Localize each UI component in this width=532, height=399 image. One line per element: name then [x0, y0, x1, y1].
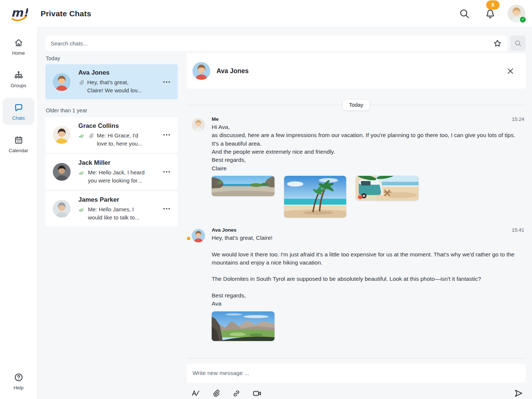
avatar	[53, 163, 71, 181]
chat-name: Grace Collins	[78, 122, 160, 130]
user-avatar[interactable]: ✓	[508, 5, 525, 23]
chat-search-bar	[45, 35, 507, 51]
close-icon[interactable]	[505, 65, 516, 77]
avatar	[192, 62, 210, 80]
status-online-icon: ✓	[519, 16, 526, 23]
sidebar-item-label: Groups	[11, 83, 27, 88]
text-format-icon[interactable]	[190, 388, 201, 399]
message: Me 15:24 Hi Ava, as discussed, here are …	[192, 116, 524, 218]
read-receipt-icon	[78, 207, 85, 213]
app-logo[interactable]: m!	[10, 4, 28, 23]
avatar	[192, 229, 205, 242]
sidebar-item-label: Calendar	[9, 148, 28, 153]
avatar	[53, 126, 71, 144]
message-text: Hi Ava, as discussed, here are a few imp…	[212, 123, 524, 173]
message-input[interactable]	[192, 370, 520, 376]
message-list[interactable]: Me 15:24 Hi Ava, as discussed, here are …	[187, 113, 526, 357]
chat-list-item-jack[interactable]: Jack Miller Me: Hello Jack, I heard you …	[45, 154, 178, 190]
page-title: Private Chats	[41, 9, 91, 18]
sidebar-item-chats[interactable]: Chats	[3, 98, 34, 125]
attach-file-icon[interactable]	[211, 388, 221, 399]
chat-options-button[interactable]	[160, 75, 173, 89]
message-sender: Ava Jones	[212, 227, 236, 233]
chat-options-button[interactable]	[160, 128, 173, 141]
read-receipt-icon	[78, 170, 85, 176]
conversation-panel: Ava Jones Today	[187, 53, 526, 399]
home-icon	[14, 38, 24, 48]
groups-icon	[14, 70, 24, 80]
section-label-older: Older than 1 year	[46, 108, 178, 113]
chat-bubble-icon	[14, 103, 24, 113]
chat-options-button[interactable]	[160, 165, 173, 178]
chat-preview: Me: Hello James, I would like to talk to…	[88, 205, 139, 222]
favorites-star-icon[interactable]	[491, 37, 504, 50]
search-submit-button[interactable]	[510, 35, 526, 51]
message-time: 15:41	[512, 227, 524, 233]
search-input[interactable]	[51, 40, 491, 47]
send-message-icon[interactable]	[513, 388, 524, 399]
chat-name: Jack Miller	[78, 159, 160, 167]
composer-divider	[187, 358, 526, 358]
sidebar-item-help[interactable]: Help	[3, 368, 34, 395]
unread-indicator-dot	[187, 237, 190, 240]
sidebar-item-label: Help	[14, 385, 24, 391]
palm-beach-photo[interactable]	[284, 176, 346, 218]
chat-preview: Me: Hello Jack, I heard you were looking…	[88, 168, 144, 185]
sidebar: Home Groups Chats	[0, 27, 37, 399]
message-text: Hey, that's great, Claire! We would love…	[212, 234, 524, 308]
dolomites-photo[interactable]	[212, 311, 274, 341]
chat-list-item-grace[interactable]: Grace Collins Me: Hi Grace, I'd love to,…	[45, 117, 178, 153]
chat-list-item-ava[interactable]: Ava Jones Hey, that's great, Claire! We …	[45, 64, 178, 99]
message-sender: Me	[212, 116, 219, 122]
conversation-title: Ava Jones	[216, 67, 249, 75]
chat-name: Ava Jones	[78, 69, 160, 76]
sidebar-item-groups[interactable]: Groups	[3, 65, 34, 92]
date-divider: Today	[187, 99, 526, 110]
section-label-today: Today	[46, 55, 178, 61]
avatar	[192, 118, 205, 132]
chat-name: James Parker	[78, 196, 160, 204]
calendar-icon	[14, 135, 24, 145]
attachment-icon	[88, 133, 94, 139]
beach-van-photo[interactable]	[356, 176, 419, 201]
avatar	[53, 73, 71, 91]
sidebar-item-calendar[interactable]: Calendar	[3, 130, 34, 157]
message: Ava Jones 15:41 Hey, that's great, Clair…	[192, 227, 524, 341]
chat-list: Today Ava Jones Hey, that's great, Clair…	[45, 53, 178, 399]
notification-badge: 8	[486, 0, 499, 10]
chat-preview: Me: Hi Grace, I'd love to, here you...	[97, 132, 142, 148]
avatar	[53, 200, 71, 218]
conversation-header: Ava Jones	[187, 53, 526, 89]
read-receipt-icon	[78, 133, 85, 139]
date-chip: Today	[342, 99, 370, 110]
search-icon[interactable]	[456, 5, 473, 22]
beach-cove-photo[interactable]	[212, 176, 274, 196]
help-icon	[14, 372, 24, 382]
sidebar-item-label: Home	[12, 50, 25, 56]
composer-toolbar	[187, 383, 526, 399]
chat-preview: Hey, that's great, Claire! We would lov.…	[87, 78, 142, 95]
insert-link-icon[interactable]	[231, 388, 242, 399]
composer	[187, 364, 526, 383]
attachment-icon	[78, 79, 85, 86]
sidebar-item-label: Chats	[12, 115, 25, 121]
video-call-icon[interactable]	[252, 388, 263, 399]
chat-options-button[interactable]	[160, 202, 173, 215]
sidebar-item-home[interactable]: Home	[3, 33, 34, 60]
message-time: 15:24	[512, 116, 524, 122]
chat-list-item-james[interactable]: James Parker Me: Hello James, I would li…	[45, 191, 178, 226]
top-bar: m! Private Chats 8 ✓	[0, 0, 532, 27]
